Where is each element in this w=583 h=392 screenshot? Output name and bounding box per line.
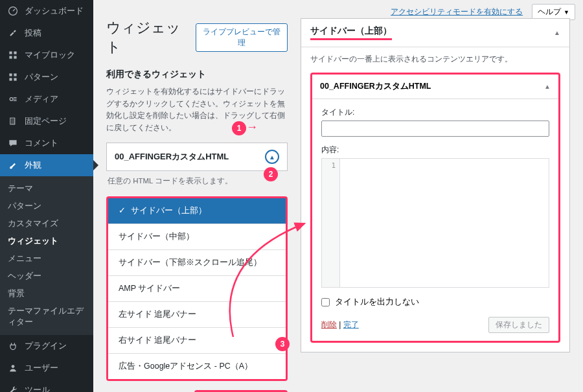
area-option[interactable]: サイドバー（中部） [108, 224, 286, 250]
pin-icon [6, 27, 19, 40]
sidebar-item-appearance[interactable]: 外観 [0, 154, 93, 176]
sidebar-item-users[interactable]: ユーザー [0, 357, 93, 379]
right-column: サイドバー（上部） ▲ サイドバーの一番上に表示されるコンテンツエリアです。 0… [301, 18, 570, 379]
left-column: ウィジェット ライブプレビューで管理 利用できるウィジェット ウィジェットを有効… [106, 18, 288, 379]
sidebar-item-dashboard[interactable]: ダッシュボード [0, 0, 93, 22]
sidebar-label: メディア [25, 93, 58, 105]
grid-icon [6, 71, 19, 84]
area-option[interactable]: 左サイド 追尾バナー [108, 302, 286, 328]
svg-rect-2 [14, 51, 16, 54]
area-option[interactable]: AMP サイドバー [108, 276, 286, 302]
hide-title-checkbox[interactable] [321, 298, 330, 306]
sidebar-label: マイブロック [25, 49, 75, 61]
sub-customize[interactable]: カスタマイズ [0, 215, 93, 233]
annotation-badge-3: 3 [275, 337, 290, 351]
sidebar-area-panel: サイドバー（上部） ▲ サイドバーの一番上に表示されるコンテンツエリアです。 0… [301, 18, 570, 352]
sidebar-label: パターン [25, 71, 58, 83]
widget-area-list: ✓サイドバー（上部） サイドバー（中部） サイドバー（下部※スクロール追尾） A… [106, 196, 288, 381]
annotation-badge-1: 1 [232, 121, 246, 135]
svg-rect-8 [14, 78, 16, 80]
wrench-icon [6, 384, 19, 392]
svg-rect-5 [9, 73, 12, 76]
arrow-icon: → [246, 121, 258, 134]
sidebar-item-comments[interactable]: コメント [0, 132, 93, 154]
title-label: タイトル: [321, 107, 549, 118]
svg-rect-7 [9, 78, 12, 80]
media-icon [6, 93, 19, 106]
svg-point-9 [10, 98, 13, 101]
line-gutter: 1 [322, 159, 340, 287]
title-input[interactable] [321, 121, 549, 137]
svg-point-12 [12, 365, 15, 368]
sub-themes[interactable]: テーマ [0, 180, 93, 198]
panel-description: サイドバーの一番上に表示されるコンテンツエリアです。 [301, 47, 569, 73]
sidebar-label: コメント [25, 137, 58, 149]
sidebar-label: 投稿 [25, 27, 41, 39]
page-icon [6, 115, 19, 128]
sidebar-item-media[interactable]: メディア [0, 88, 93, 110]
widget-description: 任意の HTML コードを表示します。 [106, 171, 288, 192]
content-label: 内容: [321, 144, 549, 156]
comment-icon [6, 137, 19, 150]
sidebar-label: ユーザー [25, 362, 58, 374]
footer-links: 削除 | 完了 [321, 319, 359, 330]
sidebar-label: ダッシュボード [25, 5, 84, 17]
widget-instance: 00_AFFINGERカスタムHTML ▲ タイトル: 内容: 1 タイトルを出… [310, 73, 560, 343]
panel-title: サイドバー（上部） [310, 25, 392, 40]
svg-rect-11 [11, 119, 15, 124]
chevron-up-icon[interactable]: ▲ [554, 29, 560, 36]
sidebar-label: 外観 [25, 159, 41, 171]
area-option-selected[interactable]: ✓サイドバー（上部） [108, 198, 286, 224]
main-content: ウィジェット ライブプレビューで管理 利用できるウィジェット ウィジェットを有効… [93, 0, 583, 392]
user-icon [6, 362, 19, 375]
area-option[interactable]: サイドバー（下部※スクロール追尾） [108, 250, 286, 276]
chevron-up-icon[interactable]: ▲ [544, 83, 551, 90]
sidebar-item-patterns[interactable]: パターン [0, 66, 93, 88]
widget-footer: 削除 | 完了 保存しました [321, 317, 549, 333]
sidebar-item-myblock[interactable]: マイブロック [0, 44, 93, 66]
page-title: ウィジェット ライブプレビューで管理 [106, 18, 288, 57]
chevron-up-icon[interactable]: ▲ [265, 150, 279, 164]
brush-icon [6, 159, 19, 172]
panel-header[interactable]: サイドバー（上部） ▲ [301, 19, 569, 47]
available-widgets-desc: ウィジェットを有効化するにはサイドバーにドラッグするかクリックしてください。ウィ… [106, 86, 288, 133]
grid-icon [6, 49, 19, 62]
sub-widgets[interactable]: ウィジェット [0, 233, 93, 250]
check-icon: ✓ [119, 206, 126, 215]
widget-name: 00_AFFINGERカスタムHTML [115, 151, 229, 163]
sidebar-item-pages[interactable]: 固定ページ [0, 110, 93, 132]
saved-button: 保存しました [488, 317, 549, 333]
widget-form: タイトル: 内容: 1 タイトルを出力しない 削除 | 完了 [312, 99, 558, 341]
sub-header[interactable]: ヘッダー [0, 268, 93, 285]
sub-theme-editor[interactable]: テーマファイルエディター [0, 303, 93, 331]
admin-sidebar: ダッシュボード 投稿 マイブロック パターン メディア 固定ページ コメント 外… [0, 0, 93, 392]
sidebar-item-tools[interactable]: ツール [0, 379, 93, 392]
sidebar-submenu: テーマ パターン カスタマイズ ウィジェット メニュー ヘッダー 背景 テーマフ… [0, 176, 93, 335]
done-link[interactable]: 完了 [343, 320, 359, 329]
sidebar-item-plugins[interactable]: プラグイン [0, 335, 93, 357]
code-body[interactable] [340, 159, 549, 287]
widget-item[interactable]: 00_AFFINGERカスタムHTML ▲ [106, 143, 288, 171]
live-preview-button[interactable]: ライブプレビューで管理 [196, 23, 288, 52]
svg-rect-4 [14, 56, 16, 58]
annotation-badge-2: 2 [264, 167, 278, 181]
hide-title-checkbox-row[interactable]: タイトルを出力しない [321, 297, 549, 308]
sub-patterns[interactable]: パターン [0, 198, 93, 215]
sub-menus[interactable]: メニュー [0, 250, 93, 268]
svg-rect-1 [9, 51, 12, 54]
plug-icon [6, 340, 19, 352]
area-option[interactable]: 右サイド 追尾バナー [108, 328, 286, 354]
area-option[interactable]: 広告・Googleアドセンス - PC（A） [108, 354, 286, 379]
code-editor[interactable]: 1 [321, 158, 549, 288]
widget-instance-header[interactable]: 00_AFFINGERカスタムHTML ▲ [312, 75, 558, 99]
available-widgets-heading: 利用できるウィジェット [106, 69, 288, 80]
sidebar-label: プラグイン [25, 340, 67, 352]
sidebar-label: 固定ページ [25, 115, 67, 127]
sub-background[interactable]: 背景 [0, 285, 93, 303]
svg-rect-6 [14, 73, 16, 76]
widget-header[interactable]: 00_AFFINGERカスタムHTML ▲ [107, 143, 287, 170]
svg-rect-3 [9, 56, 12, 58]
sidebar-item-posts[interactable]: 投稿 [0, 22, 93, 44]
delete-link[interactable]: 削除 [321, 320, 337, 329]
dashboard-icon [6, 5, 19, 17]
